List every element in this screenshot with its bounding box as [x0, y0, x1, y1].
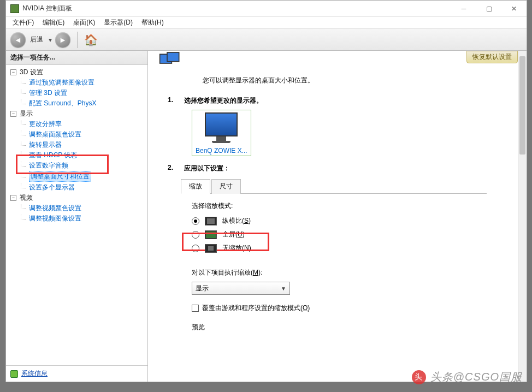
content-scroll[interactable]: 您可以调整显示器的桌面大小和位置。 1. 选择您希望更改的显示器。 BenQ Z… [148, 51, 518, 382]
monitors-icon [159, 51, 181, 70]
back-dropdown-icon[interactable]: ▾ [49, 36, 52, 44]
step-1-number: 1. [168, 96, 179, 105]
radio-no-scaling[interactable]: 无缩放(N) [192, 243, 507, 253]
tree-item-desktop-color[interactable]: 调整桌面颜色设置 [18, 129, 146, 140]
tree-display[interactable]: −显示 [9, 109, 146, 119]
monitor-selector[interactable]: BenQ ZOWIE X... [192, 110, 251, 156]
menu-desktop[interactable]: 桌面(K) [70, 17, 98, 28]
tree-item-multi-display[interactable]: 设置多个显示器 [18, 182, 146, 193]
collapse-icon[interactable]: − [10, 111, 16, 117]
maximize-button[interactable]: ▢ [476, 1, 501, 17]
preview-label: 预览 [192, 323, 507, 332]
tree-3d-settings[interactable]: −3D 设置 [9, 67, 146, 78]
tree-video[interactable]: −视频 [9, 193, 146, 203]
sidebar-heading: 选择一项任务... [6, 51, 147, 65]
menubar: 文件(F) 编辑(E) 桌面(K) 显示器(D) 帮助(H) [6, 17, 527, 29]
tree-item-manage-3d[interactable]: 管理 3D 设置 [18, 88, 146, 98]
radio-icon[interactable] [192, 231, 199, 239]
aspect-ratio-icon [205, 217, 217, 225]
toolbar-separator [77, 32, 78, 48]
home-icon[interactable]: 🏠 [84, 33, 98, 46]
override-label: 覆盖由游戏和程序设置的缩放模式(O) [202, 304, 310, 313]
radio-aspect-label: 纵横比(S) [222, 216, 251, 225]
step-1: 1. 选择您希望更改的显示器。 [168, 96, 507, 105]
radio-icon[interactable] [192, 217, 199, 225]
minimize-button[interactable]: ─ [451, 1, 476, 17]
tree-item-resolution[interactable]: 更改分辨率 [18, 119, 146, 129]
tab-size[interactable]: 尺寸 [211, 179, 241, 194]
content-pane: 恢复默认设置 您可以调整显示器的桌面大小和位置。 1. 选择您希望更改的显示器。 [148, 51, 527, 382]
tree-item-rotate[interactable]: 旋转显示器 [18, 140, 146, 150]
radio-noscale-label: 无缩放(N) [222, 243, 251, 253]
watermark: 头 头条@CSGO国服 [412, 370, 522, 384]
tree-item-video-image[interactable]: 调整视频图像设置 [18, 213, 146, 224]
checkbox-icon[interactable] [192, 305, 199, 312]
titlebar: NVIDIA 控制面板 ─ ▢ ✕ [6, 1, 527, 17]
radio-aspect-ratio[interactable]: 纵横比(S) [192, 216, 507, 225]
step-2: 2. 应用以下设置： [168, 164, 507, 173]
scale-mode-label: 选择缩放模式: [192, 201, 507, 211]
perform-scaling-dropdown[interactable]: 显示 ▼ [192, 282, 290, 295]
watermark-icon: 头 [412, 370, 426, 384]
page-header [159, 51, 507, 70]
monitor-icon [205, 112, 238, 143]
radio-fullscreen[interactable]: 全屏(U) [192, 230, 507, 239]
tabs: 缩放 尺寸 [181, 179, 487, 194]
tree-item-hdcp[interactable]: 查看 HDCP 状态 [18, 150, 146, 161]
fullscreen-icon [205, 230, 217, 239]
menu-edit[interactable]: 编辑(E) [39, 17, 68, 28]
perform-scaling-label: 对以下项目执行缩放(M): [192, 268, 507, 277]
chevron-down-icon: ▼ [281, 286, 286, 292]
menu-help[interactable]: 帮助(H) [138, 17, 167, 28]
step-2-number: 2. [168, 164, 179, 173]
intro-text: 您可以调整显示器的桌面大小和位置。 [203, 76, 507, 85]
step-1-label: 选择您希望更改的显示器。 [184, 96, 263, 105]
tree-item-digital-audio[interactable]: 设置数字音频 [18, 161, 146, 171]
app-window: NVIDIA 控制面板 ─ ▢ ✕ 文件(F) 编辑(E) 桌面(K) 显示器(… [5, 0, 527, 382]
back-label: 后退 [30, 35, 43, 44]
back-button[interactable]: ◄ [10, 32, 26, 47]
window-title: NVIDIA 控制面板 [22, 4, 451, 13]
tab-scale[interactable]: 缩放 [181, 179, 210, 194]
menu-display[interactable]: 显示器(D) [101, 17, 136, 28]
toolbar: ◄ 后退 ▾ ► 🏠 [6, 29, 527, 51]
radio-icon[interactable] [192, 245, 199, 252]
collapse-icon[interactable]: − [10, 69, 16, 75]
nvidia-icon [10, 4, 19, 13]
dropdown-value: 显示 [196, 284, 209, 293]
scrollbar-thumb[interactable] [519, 56, 525, 155]
tree-item-surround[interactable]: 配置 Surround、PhysX [18, 98, 146, 109]
collapse-icon[interactable]: − [10, 195, 16, 201]
forward-button[interactable]: ► [55, 32, 70, 47]
tree-item-preview-image[interactable]: 通过预览调整图像设置 [18, 78, 146, 88]
close-button[interactable]: ✕ [501, 1, 527, 17]
body: 选择一项任务... −3D 设置 通过预览调整图像设置 管理 3D 设置 配置 … [6, 51, 527, 382]
system-info-link[interactable]: 系统信息 [21, 369, 48, 378]
menu-file[interactable]: 文件(F) [9, 17, 37, 28]
task-tree: −3D 设置 通过预览调整图像设置 管理 3D 设置 配置 Surround、P… [6, 65, 147, 365]
info-icon [10, 370, 18, 378]
no-scaling-icon [205, 244, 217, 253]
tree-item-desktop-size[interactable]: 调整桌面尺寸和位置 [18, 171, 146, 182]
monitor-label: BenQ ZOWIE X... [196, 147, 247, 155]
radio-fullscreen-label: 全屏(U) [222, 230, 245, 239]
tree-item-video-color[interactable]: 调整视频颜色设置 [18, 203, 146, 213]
watermark-text: 头条@CSGO国服 [430, 370, 522, 384]
vertical-scrollbar[interactable] [518, 51, 527, 382]
sidebar: 选择一项任务... −3D 设置 通过预览调整图像设置 管理 3D 设置 配置 … [6, 51, 148, 382]
step-2-label: 应用以下设置： [184, 164, 230, 173]
sidebar-footer: 系统信息 [6, 365, 147, 382]
override-checkbox-row[interactable]: 覆盖由游戏和程序设置的缩放模式(O) [192, 304, 507, 313]
svg-rect-1 [167, 52, 179, 62]
